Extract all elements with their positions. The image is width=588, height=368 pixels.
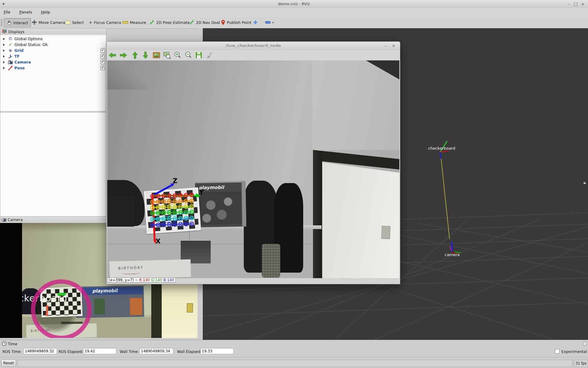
image-status-bar: (x=399, y=7) ~ R:140 G:140 B:140: [107, 278, 400, 283]
expander-icon[interactable]: [3, 55, 5, 58]
tool-label: Interact: [13, 21, 28, 25]
tool-focus-camera[interactable]: ⌖ Focus Camera: [87, 18, 123, 27]
close-button[interactable]: ×: [580, 1, 586, 7]
menu-panels[interactable]: Panels: [16, 8, 36, 16]
save-button[interactable]: [195, 51, 203, 59]
checkbox[interactable]: [100, 54, 105, 59]
tool-move-camera[interactable]: Move Camera: [29, 18, 68, 27]
tool-label: Select: [72, 20, 84, 25]
selection-box-icon: [66, 21, 70, 25]
tree-row-tf[interactable]: TF: [0, 53, 106, 59]
menu-help[interactable]: Help: [37, 8, 54, 16]
tree-item-label: Pose: [14, 66, 25, 70]
playmobil-logo: playmobil: [92, 288, 118, 294]
back-arrow-button[interactable]: [108, 51, 116, 59]
displays-panel: Displays ⚙ Global Options ✓ Global Statu…: [0, 28, 106, 215]
window-title: /tuw_checkerboard_node: [107, 43, 400, 48]
tool-measure[interactable]: Measure: [120, 18, 149, 27]
panel-slide-arrow-icon[interactable]: ▶: [584, 181, 586, 185]
down-arrow-button[interactable]: [141, 51, 149, 59]
tool-publish-point[interactable]: Publish Point: [219, 18, 254, 27]
wall-elapsed-field[interactable]: 19.33: [200, 348, 234, 354]
remove-tool-button[interactable]: ▾: [263, 18, 276, 27]
status-message-area: [17, 360, 573, 367]
expander-icon[interactable]: [3, 67, 5, 69]
tree-item-label: Global Options: [14, 36, 43, 41]
ros-elapsed-field[interactable]: 19.42: [83, 348, 116, 354]
checkbox[interactable]: [100, 60, 105, 64]
tool-label: 2D Nav Goal: [196, 20, 220, 25]
wall-time-field[interactable]: 1489049809.34: [139, 348, 173, 354]
panel-title: Time: [8, 342, 17, 346]
expander-icon[interactable]: [3, 61, 5, 63]
tool-label: Publish Point: [227, 20, 251, 25]
expander-icon[interactable]: [3, 38, 5, 40]
brush-button[interactable]: [206, 51, 214, 59]
tool-select[interactable]: Select: [63, 18, 86, 27]
pixel-coords: (x=399, y=7) ~: [109, 278, 138, 282]
panel-title: Camera: [8, 217, 23, 222]
title-bar[interactable]: ▼ demo.rviz - RViz – □ ×: [0, 0, 588, 9]
gear-icon: ⚙: [8, 36, 13, 41]
tf-frame-label-camera[interactable]: camera: [445, 252, 460, 257]
zoom-in-button[interactable]: [174, 51, 182, 59]
zoom-fit-button[interactable]: [163, 51, 171, 59]
tree-row-camera[interactable]: Camera: [0, 59, 106, 65]
wall-elapsed-label: Wall Elapsed:: [177, 350, 202, 354]
panel-dock-button[interactable]: [583, 342, 587, 346]
green-arrow-icon: [189, 20, 194, 25]
axis-label-z: Z: [173, 177, 177, 185]
experimental-checkbox[interactable]: [555, 349, 560, 354]
tree-row-global-options[interactable]: ⚙ Global Options: [0, 36, 106, 42]
checkbox[interactable]: [100, 48, 105, 53]
tree-row-global-status[interactable]: ✓ Global Status: Ok: [0, 42, 106, 48]
window-title-bar[interactable]: /tuw_checkerboard_node – ×: [107, 42, 400, 50]
tool-label: Focus Camera: [94, 20, 121, 25]
camera-icon: [8, 60, 13, 65]
ros-elapsed-label: ROS Elapsed:: [58, 350, 83, 354]
panel-title: Displays: [8, 29, 24, 34]
tool-label: Move Camera: [39, 20, 65, 25]
camera-icon: [2, 218, 6, 222]
tool-2d-nav-goal[interactable]: 2D Nav Goal: [187, 18, 222, 27]
expander-icon[interactable]: [3, 49, 5, 52]
minimize-button[interactable]: –: [566, 1, 571, 7]
displays-panel-header[interactable]: Displays: [0, 28, 106, 35]
fps-indicator: 31 fps: [574, 360, 588, 367]
tool-2d-pose-estimate[interactable]: 2D Pose Estimate: [147, 18, 192, 27]
ros-time-label: ROS Time:: [2, 350, 22, 354]
minus-icon: [265, 21, 270, 24]
clock-icon: [2, 341, 6, 346]
tree-item-label: Grid: [14, 48, 24, 53]
time-panel: Time ROS Time: 1489049809.32 ROS Elapsed…: [0, 340, 588, 357]
minimize-button[interactable]: –: [383, 43, 388, 48]
forward-arrow-button[interactable]: [119, 51, 127, 59]
ros-time-field[interactable]: 1489049809.32: [23, 348, 57, 354]
map-pin-icon: [221, 20, 225, 25]
window-title: demo.rviz - RViz: [0, 2, 588, 6]
zoom-out-button[interactable]: [184, 51, 192, 59]
move-arrows-icon: [32, 20, 37, 25]
expander-icon[interactable]: [3, 44, 5, 46]
up-arrow-button[interactable]: [131, 51, 139, 59]
checkbox[interactable]: [100, 66, 105, 70]
checkerboard-node-window[interactable]: /tuw_checkerboard_node – ×: [106, 41, 400, 284]
add-tool-button[interactable]: [251, 18, 260, 27]
close-button[interactable]: ×: [391, 43, 396, 48]
image-button[interactable]: [153, 51, 160, 59]
tf-frame-label-checkerboard[interactable]: checkerboard: [428, 146, 455, 151]
toolbar-grip[interactable]: [1, 19, 2, 26]
pixel-red: R:140: [139, 278, 150, 282]
maximize-button[interactable]: □: [573, 1, 579, 7]
tree-row-grid[interactable]: ◈ Grid: [0, 48, 106, 53]
hand-cursor-icon: [6, 20, 11, 25]
tool-interact[interactable]: Interact: [4, 18, 31, 27]
reset-button[interactable]: Reset: [1, 359, 16, 367]
menu-file[interactable]: File: [0, 8, 14, 16]
green-arrow-icon: [149, 20, 154, 25]
monitor-icon: [2, 29, 7, 34]
image-window-toolbar: [107, 50, 400, 60]
checkerboard-camera-image[interactable]: BIRTHDAY playmobil Z Y X: [107, 60, 399, 278]
chevron-down-icon: ▾: [272, 21, 274, 24]
tree-row-pose[interactable]: Pose: [0, 65, 106, 71]
